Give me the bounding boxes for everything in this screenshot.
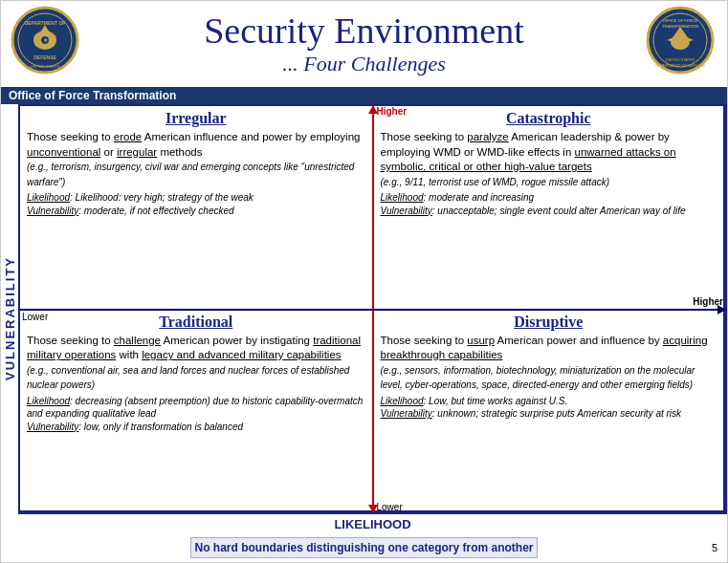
quadrant-traditional: Traditional Those seeking to challenge A…: [20, 310, 373, 513]
likelihood-axis-label: LIKELIHOOD: [334, 517, 410, 531]
lower-bottom-label: Lower: [377, 502, 403, 512]
catastrophic-example: (e.g., 9/11, terrorist use of WMD, rogue…: [381, 177, 610, 187]
higher-top-label: Higher: [377, 106, 408, 117]
grid-area: Higher Higher Lower Lower Irregular Thos…: [18, 104, 727, 533]
svg-text:★: ★: [43, 37, 48, 43]
bottom-note: No hard boundaries distinguishing one ca…: [190, 537, 537, 558]
catastrophic-title-text: Catastrophic: [506, 110, 591, 126]
disruptive-example: (e.g., sensors, information, biotechnolo…: [381, 365, 695, 391]
catastrophic-paralyze: paralyze: [467, 131, 508, 142]
traditional-body: Those seeking to challenge American powe…: [27, 334, 365, 434]
page-title: Security Environment: [204, 11, 524, 52]
svg-text:DEFENSE: DEFENSE: [33, 54, 56, 60]
disruptive-acquiring: acquiring breakthrough capabilities: [381, 335, 708, 361]
disruptive-likelihood: Likelihood: Low, but time works against …: [381, 395, 717, 408]
traditional-likelihood: Likelihood: decreasing (absent preemptio…: [27, 395, 365, 421]
page-number: 5: [712, 542, 717, 553]
catastrophic-body: Those seeking to paralyze American leade…: [381, 130, 717, 217]
catastrophic-attacks: unwarned attacks on symbolic, critical o…: [381, 146, 676, 173]
traditional-capabilities: legacy and advanced military capabilitie…: [142, 349, 341, 360]
quadrant-disruptive: Disruptive Those seeking to usurp Americ…: [373, 310, 726, 513]
traditional-title-text: Traditional: [159, 314, 232, 330]
logo-left: DEPARTMENT OF DEFENSE ★ UNITED STATES: [11, 6, 82, 77]
catastrophic-likelihood: Likelihood: moderate and increasing: [381, 191, 717, 205]
page: DEPARTMENT OF DEFENSE ★ UNITED STATES Se…: [0, 0, 728, 563]
lower-left-label: Lower: [22, 312, 48, 322]
header-text: Security Environment ... Four Challenges: [204, 11, 524, 76]
irregular-example: (e.g., terrorism, insurgency, civil war …: [27, 162, 354, 187]
irregular-erode: erode: [114, 131, 142, 142]
disruptive-title-text: Disruptive: [514, 314, 583, 330]
svg-text:UNITED STATES: UNITED STATES: [31, 64, 60, 69]
footer-bar: No hard boundaries distinguishing one ca…: [1, 533, 727, 562]
catastrophic-title: Catastrophic: [381, 110, 717, 127]
irregular-irregular: irregular: [117, 146, 157, 158]
disruptive-title: Disruptive: [381, 314, 717, 331]
irregular-unconventional: unconventional: [27, 146, 100, 158]
page-subtitle: ... Four Challenges: [204, 52, 524, 76]
higher-right-label: Higher: [693, 296, 723, 307]
traditional-vulnerability: Vulnerability: low, only if transformati…: [27, 421, 365, 434]
svg-text:OFFICE OF FORCE: OFFICE OF FORCE: [663, 18, 698, 23]
traditional-example: (e.g., conventional air, sea and land fo…: [27, 365, 349, 391]
irregular-likelihood-val: Likelihood: very high; strategy of the w…: [76, 192, 254, 203]
traditional-title: Traditional: [27, 314, 365, 331]
catastrophic-vulnerability: Vulnerability: unacceptable; single even…: [381, 205, 717, 218]
main-content: VULNERABILITY Higher Higher Lower Lower …: [1, 104, 727, 533]
vulnerability-axis-label: VULNERABILITY: [1, 104, 18, 533]
irregular-body: Those seeking to erode American influenc…: [27, 130, 365, 217]
disruptive-usurp: usurp: [467, 335, 495, 346]
quadrant-catastrophic: Catastrophic Those seeking to paralyze A…: [373, 106, 726, 310]
irregular-title-text: Irregular: [165, 110, 227, 126]
likelihood-axis-area: LIKELIHOOD: [18, 514, 727, 533]
disruptive-body: Those seeking to usurp American power an…: [381, 334, 717, 421]
svg-text:DEPARTMENT OF DEFENSE: DEPARTMENT OF DEFENSE: [654, 63, 706, 68]
svg-text:UNITED STATES: UNITED STATES: [666, 57, 695, 62]
irregular-likelihood: Likelihood: Likelihood: very high; strat…: [27, 191, 365, 205]
traditional-challenge: challenge: [114, 335, 161, 346]
irregular-vulnerability: Vulnerability: moderate, if not effectiv…: [27, 205, 365, 218]
quadrants-grid: Higher Higher Lower Lower Irregular Thos…: [18, 104, 727, 514]
disruptive-vulnerability: Vulnerability: unknown; strategic surpri…: [381, 407, 717, 421]
office-bar: Office of Force Transformation: [1, 87, 727, 104]
logo-right: OFFICE OF FORCE TRANSFORMATION ★ UNITED …: [646, 6, 717, 77]
office-label: Office of Force Transformation: [9, 89, 176, 102]
quadrant-irregular: Irregular Those seeking to erode America…: [20, 106, 373, 310]
irregular-title: Irregular: [27, 110, 365, 127]
header: DEPARTMENT OF DEFENSE ★ UNITED STATES Se…: [1, 1, 727, 87]
